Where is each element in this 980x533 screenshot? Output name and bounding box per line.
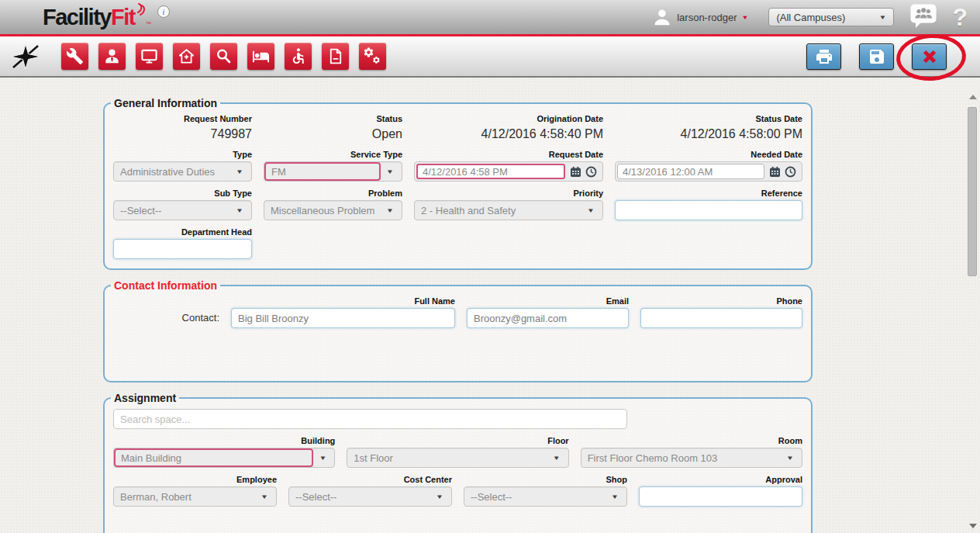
info-icon[interactable]: i [157, 5, 170, 18]
scroll-down-arrow-icon[interactable] [969, 524, 977, 528]
clock-icon[interactable] [785, 166, 796, 178]
settings-button[interactable] [359, 43, 386, 70]
save-button[interactable] [859, 43, 894, 70]
document-icon [326, 47, 344, 65]
logo-squiggle-icon [136, 2, 147, 16]
print-button[interactable] [806, 43, 841, 70]
logo-fit: Fit [111, 5, 135, 29]
phone-label: Phone [640, 296, 802, 306]
department-head-field: Department Head [113, 227, 252, 259]
feedback-chat-button[interactable] [909, 3, 938, 32]
facilityfit-logo: FacilityFit ™ i [43, 4, 170, 30]
phone-field: Phone [640, 296, 802, 328]
chevron-down-icon: ▼ [587, 207, 595, 214]
cost-center-select[interactable]: --Select-- ▼ [288, 486, 452, 507]
problem-field: Problem Miscellaneous Problem ▼ [264, 189, 402, 220]
document-button[interactable] [322, 43, 349, 70]
compass-icon[interactable] [9, 42, 43, 71]
department-head-input[interactable] [113, 239, 252, 259]
type-select[interactable]: Administrative Duties ▼ [113, 161, 252, 182]
home-add-button[interactable] [173, 43, 200, 70]
sub-type-field: Sub Type --Select-- ▼ [113, 189, 252, 220]
employee-select[interactable]: Berman, Robert ▼ [113, 486, 277, 507]
search-space-input[interactable] [113, 409, 627, 429]
cost-center-field: Cost Center --Select-- ▼ [288, 475, 452, 507]
monitor-button[interactable] [136, 43, 163, 70]
needed-date-input[interactable] [617, 164, 764, 179]
person-button[interactable] [98, 43, 126, 70]
user-menu[interactable]: larson-rodger ▼ [652, 7, 748, 27]
origination-date-field: Origination Date 4/12/2016 4:58:40 PM [414, 114, 603, 143]
toolbar [0, 34, 980, 78]
priority-select[interactable]: 2 - Health and Safety ▼ [414, 200, 603, 220]
needed-date-label: Needed Date [615, 150, 802, 159]
origination-date-label: Origination Date [414, 114, 603, 123]
logo-trademark: ™ [146, 21, 151, 26]
close-x-icon [920, 47, 940, 67]
approval-input[interactable] [639, 486, 802, 507]
reference-field: Reference [615, 189, 802, 220]
room-select[interactable]: First Floor Chemo Room 103 ▼ [581, 448, 802, 468]
wrench-icon [66, 47, 84, 65]
chevron-down-icon: ▼ [236, 168, 243, 175]
chevron-down-icon: ▼ [386, 207, 394, 214]
monitor-icon [140, 47, 158, 65]
priority-label: Priority [414, 189, 603, 198]
request-date-input[interactable] [416, 164, 565, 179]
status-field: Status Open [264, 114, 402, 143]
type-field: Type Administrative Duties ▼ [113, 150, 252, 182]
general-information-panel: General Information Request Number 74998… [103, 97, 813, 270]
scrollbar-thumb[interactable] [968, 107, 977, 276]
contact-information-legend: Contact Information [111, 279, 220, 292]
service-type-select[interactable]: FM ▼ [264, 161, 402, 182]
floor-select[interactable]: 1st Floor ▼ [347, 448, 568, 468]
save-icon [868, 47, 886, 66]
close-button[interactable] [912, 43, 947, 70]
reference-input[interactable] [615, 200, 802, 220]
scroll-up-arrow-icon[interactable] [969, 95, 977, 99]
chevron-down-icon: ▼ [386, 168, 394, 175]
email-field: Email [467, 296, 629, 328]
sub-type-select[interactable]: --Select-- ▼ [113, 200, 252, 220]
priority-field: Priority 2 - Health and Safety ▼ [414, 189, 603, 220]
shop-label: Shop [464, 475, 627, 484]
shop-select[interactable]: --Select-- ▼ [464, 486, 627, 507]
print-icon [815, 47, 833, 66]
logo-facility: Facility [43, 5, 111, 29]
accessibility-button[interactable] [285, 43, 312, 70]
bed-button[interactable] [247, 43, 274, 70]
chevron-down-icon: ▼ [879, 14, 887, 21]
employee-select-value: Berman, Robert [120, 491, 192, 503]
status-date-label: Status Date [615, 114, 802, 123]
status-date-value: 4/12/2016 4:58:00 PM [615, 126, 802, 143]
app-header: FacilityFit ™ i larson-rodger ▼ (All Cam… [0, 0, 980, 34]
full-name-input[interactable] [231, 308, 455, 328]
header-right: larson-rodger ▼ (All Campuses) ▼ ? [652, 3, 968, 32]
calendar-icon[interactable] [769, 166, 781, 178]
user-caret-icon: ▼ [742, 14, 749, 21]
wheelchair-icon [289, 47, 307, 65]
room-field: Room First Floor Chemo Room 103 ▼ [581, 436, 802, 468]
vertical-scrollbar[interactable] [968, 87, 978, 531]
search-icon [215, 47, 233, 65]
assignment-legend: Assignment [111, 392, 179, 404]
campus-select[interactable]: (All Campuses) ▼ [768, 8, 894, 26]
full-name-field: Full Name [231, 296, 455, 328]
request-date-field: Request Date [414, 150, 603, 182]
wrench-button[interactable] [61, 43, 88, 70]
problem-select[interactable]: Miscellaneous Problem ▼ [264, 200, 402, 220]
service-type-field: Service Type FM ▼ [264, 150, 402, 182]
email-input[interactable] [467, 308, 629, 328]
phone-input[interactable] [640, 308, 802, 328]
search-button[interactable] [210, 43, 237, 70]
status-date-field: Status Date 4/12/2016 4:58:00 PM [615, 114, 802, 143]
request-number-field: Request Number 749987 [113, 114, 252, 143]
floor-select-value: 1st Floor [354, 452, 393, 464]
clock-icon[interactable] [585, 166, 597, 178]
chevron-down-icon: ▼ [786, 455, 794, 462]
person-icon [103, 47, 121, 65]
building-select[interactable]: Main Building ▼ [113, 448, 335, 468]
help-button[interactable]: ? [952, 5, 968, 29]
calendar-icon[interactable] [570, 166, 581, 178]
floor-label: Floor [347, 436, 568, 445]
